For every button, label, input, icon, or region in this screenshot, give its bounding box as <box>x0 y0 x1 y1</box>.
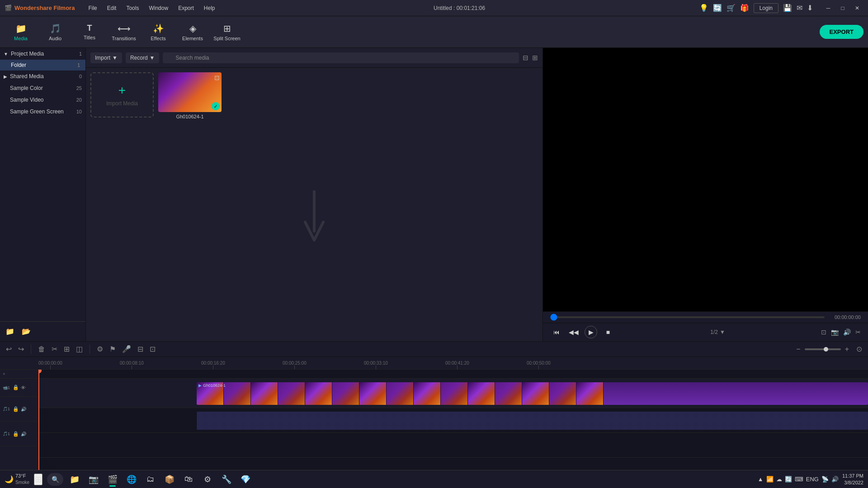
project-media-header[interactable]: ▼ Project Media 1 <box>0 48 85 60</box>
taskbar-store[interactable]: 🛍 <box>180 471 197 488</box>
screenshot-icon[interactable]: 📷 <box>831 328 839 336</box>
shared-media-header[interactable]: ▶ Shared Media 0 <box>0 70 85 82</box>
eye-icon[interactable]: 👁 <box>21 385 26 390</box>
toolbar-media[interactable]: 📁 Media <box>5 19 37 46</box>
audio-icon: 🎵 <box>50 23 61 34</box>
update-icon[interactable]: 🔄 <box>713 4 722 12</box>
audio-volume-icon[interactable]: 🔊 <box>21 407 26 412</box>
toolbar-transitions[interactable]: ⟷ Transitions <box>108 19 140 46</box>
toolbar-effects[interactable]: ✨ Effects <box>142 19 175 46</box>
export-button[interactable]: EXPORT <box>820 25 863 39</box>
taskbar-search-button[interactable]: 🔍 <box>47 473 63 486</box>
lang-display[interactable]: ENG <box>806 476 819 483</box>
tray-keyboard-icon[interactable]: ⌨ <box>795 476 803 483</box>
taskbar-files[interactable]: 📁 <box>66 471 83 488</box>
voice-icon[interactable]: 🎤 <box>121 343 132 355</box>
zoom-in-button[interactable]: + <box>844 344 850 355</box>
save-icon[interactable]: 💾 <box>783 4 792 12</box>
taskbar-extra1[interactable]: 🔧 <box>218 471 235 488</box>
cut-button[interactable]: ✂ <box>50 343 59 355</box>
bulb-icon[interactable]: 💡 <box>699 4 708 12</box>
download-icon[interactable]: ⬇ <box>807 4 813 12</box>
open-folder-icon[interactable]: 📂 <box>20 325 33 338</box>
tray-update-icon[interactable]: 🔄 <box>785 476 792 483</box>
delete-button[interactable]: 🗑 <box>37 344 47 355</box>
mosaic-icon[interactable]: ⊟ <box>136 343 145 355</box>
lock-icon[interactable]: 🔒 <box>13 385 19 390</box>
taskbar-settings[interactable]: ⚙ <box>199 471 216 488</box>
toolbar-audio[interactable]: 🎵 Audio <box>39 19 71 46</box>
sample-color-header[interactable]: ▶ Sample Color 25 <box>0 82 85 94</box>
menu-tools[interactable]: Tools <box>122 3 143 13</box>
tray-chevron-icon[interactable]: ▲ <box>758 476 764 483</box>
video-track-1[interactable]: ▶ Gh010624-1 <box>38 379 868 408</box>
cart-icon[interactable]: 🛒 <box>726 4 736 12</box>
prev-frame-button[interactable]: ◀◀ <box>567 326 580 338</box>
add-track-icon[interactable]: + <box>3 371 5 376</box>
gift-icon[interactable]: 🎁 <box>740 4 749 12</box>
undo-button[interactable]: ↩ <box>5 343 13 355</box>
audio2-lock-icon[interactable]: 🔒 <box>13 431 19 437</box>
snap-icon[interactable]: ⊙ <box>855 343 863 355</box>
toolbar-splitscreen-label: Split Screen <box>213 36 240 41</box>
toolbar-elements[interactable]: ◈ Elements <box>176 19 209 46</box>
minimize-button[interactable]: ─ <box>822 3 835 14</box>
media-thumb-gh010624[interactable]: ⊡ ✓ Gh010624-1 <box>158 72 222 119</box>
redo-button[interactable]: ↪ <box>17 343 25 355</box>
sample-green-header[interactable]: ▶ Sample Green Screen 10 <box>0 106 85 117</box>
preview-scrubber[interactable] <box>550 316 825 318</box>
audio2-volume-icon[interactable]: 🔊 <box>21 432 26 436</box>
maximize-button[interactable]: □ <box>836 3 849 14</box>
stop-button[interactable]: ■ <box>602 326 614 338</box>
taskbar-folder[interactable]: 🗂 <box>142 471 159 488</box>
tray-cloud-icon[interactable]: ☁ <box>776 476 782 483</box>
taskbar-photos[interactable]: 📷 <box>85 471 102 488</box>
sample-video-count: 20 <box>76 97 82 103</box>
rewind-button[interactable]: ⏮ <box>550 326 563 338</box>
sample-green-label: Sample Green Screen <box>10 108 64 115</box>
taskbar-browser[interactable]: 🌐 <box>123 471 140 488</box>
mail-icon[interactable]: ✉ <box>797 4 802 12</box>
fullscreen-icon[interactable]: ⊡ <box>821 328 826 336</box>
filter-icon[interactable]: ⊟ <box>523 54 528 62</box>
crop-preview-icon[interactable]: ✂ <box>855 328 861 336</box>
import-button[interactable]: Import ▼ <box>90 52 122 63</box>
marker-icon[interactable]: ⚑ <box>108 343 117 355</box>
zoom-slider[interactable] <box>805 348 841 350</box>
close-button[interactable]: ✕ <box>851 3 863 14</box>
start-button[interactable]: ⊞ <box>34 474 42 485</box>
record-button[interactable]: Record ▼ <box>126 52 160 63</box>
menu-edit[interactable]: Edit <box>103 3 121 13</box>
folder-item[interactable]: Folder 1 <box>0 60 85 70</box>
tray-volume-icon[interactable]: 🔊 <box>831 476 839 483</box>
tray-network-icon[interactable]: 📡 <box>821 476 829 483</box>
toolbar-splitscreen[interactable]: ⊞ Split Screen <box>211 19 243 46</box>
zoom-controls: − + ⊙ <box>795 343 863 355</box>
import-media-box[interactable]: + Import Media <box>90 72 154 117</box>
split-button[interactable]: ◫ <box>75 343 84 355</box>
volume-icon[interactable]: 🔊 <box>843 328 851 336</box>
taskbar-filmora[interactable]: 🎬 <box>104 471 121 488</box>
taskbar-dropbox[interactable]: 📦 <box>161 471 178 488</box>
play-button[interactable]: ▶ <box>585 326 597 338</box>
menu-window[interactable]: Window <box>144 3 173 13</box>
new-folder-icon[interactable]: 📁 <box>4 325 16 338</box>
zoom-out-button[interactable]: − <box>795 344 802 355</box>
taskbar-extra2[interactable]: 💎 <box>237 471 254 488</box>
grid-view-icon[interactable]: ⊞ <box>532 54 538 62</box>
pip-icon[interactable]: ⊡ <box>148 343 157 355</box>
audio-lock-icon[interactable]: 🔒 <box>13 406 19 412</box>
toolbar-titles[interactable]: T Titles <box>73 19 106 46</box>
tray-bars-icon[interactable]: 📶 <box>766 476 774 483</box>
clock-display[interactable]: 11:37 PM 3/8/2022 <box>842 473 863 486</box>
audio-track-1[interactable] <box>38 408 868 433</box>
search-input[interactable] <box>163 52 519 63</box>
speed-icon[interactable]: ⚙ <box>95 343 104 355</box>
login-button[interactable]: Login <box>754 3 778 13</box>
menu-help[interactable]: Help <box>199 3 220 13</box>
menu-file[interactable]: File <box>84 3 101 13</box>
crop-button[interactable]: ⊞ <box>62 343 71 355</box>
menu-export[interactable]: Export <box>174 3 198 13</box>
video-clip[interactable]: ▶ Gh010624-1 <box>197 382 868 405</box>
sample-video-header[interactable]: ▶ Sample Video 20 <box>0 94 85 106</box>
